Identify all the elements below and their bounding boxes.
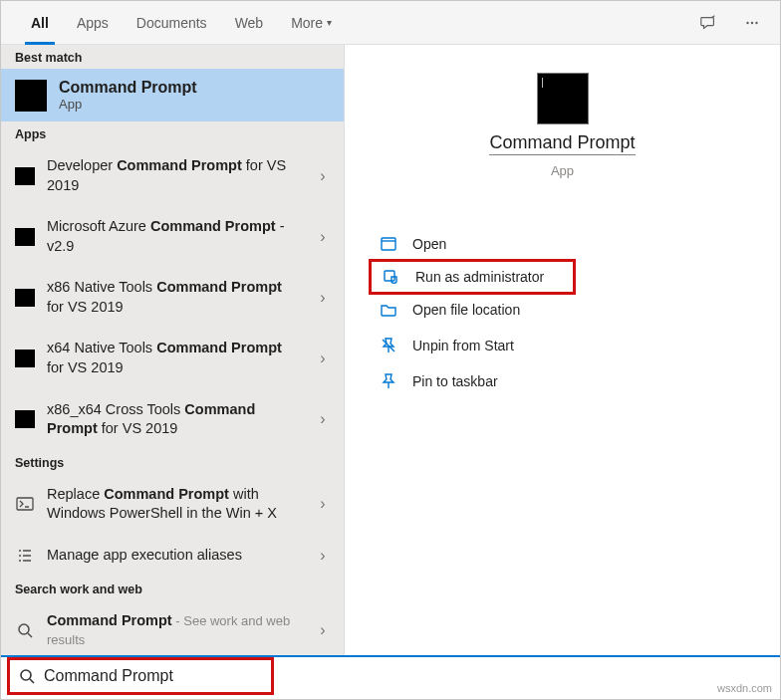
chevron-right-icon[interactable]: › [312, 621, 334, 639]
app-result[interactable]: x86_x64 Cross Tools Command Prompt for V… [1, 389, 344, 450]
chevron-down-icon: ▾ [327, 17, 332, 28]
search-icon [18, 667, 36, 685]
list-icon [15, 546, 35, 566]
section-settings: Settings [1, 450, 344, 474]
svg-point-1 [751, 21, 753, 23]
hero-title[interactable]: Command Prompt [489, 132, 635, 155]
watermark: wsxdn.com [717, 682, 772, 694]
best-match-title: Command Prompt [59, 79, 197, 97]
app-result[interactable]: x86 Native Tools Command Prompt for VS 2… [1, 267, 344, 328]
chevron-right-icon[interactable]: › [312, 410, 334, 428]
search-icon [15, 620, 35, 640]
details-pane: Command Prompt App Open Run as administr… [345, 45, 780, 655]
tab-more[interactable]: More▾ [277, 1, 346, 45]
folder-icon [379, 300, 398, 320]
command-prompt-icon [15, 228, 35, 246]
unpin-icon [379, 336, 398, 355]
feedback-button[interactable] [690, 5, 726, 41]
feedback-icon [699, 14, 717, 32]
search-bar: wsxdn.com [1, 655, 780, 699]
search-box[interactable] [7, 657, 274, 695]
svg-rect-6 [385, 271, 394, 281]
hero-subtitle: App [551, 163, 574, 178]
chevron-right-icon[interactable]: › [312, 167, 334, 185]
search-scope-tabs: All Apps Documents Web More▾ [1, 1, 780, 45]
tab-all[interactable]: All [17, 1, 63, 45]
chevron-right-icon[interactable]: › [312, 547, 334, 565]
section-best-match: Best match [1, 45, 344, 69]
chevron-right-icon[interactable]: › [312, 289, 334, 307]
results-pane: Best match Command Prompt App Apps Devel… [1, 45, 345, 655]
result-hero: Command Prompt App [345, 65, 780, 196]
svg-point-2 [755, 21, 757, 23]
admin-icon [382, 267, 401, 287]
ellipsis-icon [743, 14, 761, 32]
app-result[interactable]: Microsoft Azure Command Prompt - v2.9 › [1, 206, 344, 267]
powershell-icon [15, 494, 35, 514]
open-icon [379, 234, 398, 254]
best-match-result[interactable]: Command Prompt App [1, 69, 344, 121]
action-open-file-location[interactable]: Open file location [345, 292, 780, 328]
command-prompt-icon [15, 167, 35, 185]
chevron-right-icon[interactable]: › [312, 228, 334, 246]
action-unpin-from-start[interactable]: Unpin from Start [345, 328, 780, 363]
section-search-web: Search work and web [1, 577, 344, 600]
chevron-right-icon[interactable]: › [312, 495, 334, 513]
setting-result[interactable]: Replace Command Prompt with Windows Powe… [1, 474, 344, 535]
web-result[interactable]: Command Prompt - See work and web result… [1, 600, 344, 655]
chevron-right-icon[interactable]: › [312, 350, 334, 367]
svg-point-7 [21, 670, 31, 680]
svg-rect-5 [382, 238, 395, 250]
section-apps: Apps [1, 121, 344, 145]
svg-point-0 [746, 21, 748, 23]
svg-point-4 [19, 624, 29, 634]
tab-documents[interactable]: Documents [123, 1, 221, 45]
best-match-subtitle: App [59, 97, 197, 112]
app-result[interactable]: x64 Native Tools Command Prompt for VS 2… [1, 328, 344, 388]
action-open[interactable]: Open [345, 226, 780, 262]
action-pin-to-taskbar[interactable]: Pin to taskbar [345, 363, 780, 399]
command-prompt-icon [537, 73, 589, 124]
command-prompt-icon [15, 410, 35, 428]
svg-rect-3 [17, 498, 33, 510]
command-prompt-icon [15, 350, 35, 367]
search-input[interactable] [44, 667, 263, 685]
action-list: Open Run as administrator Open file loca… [345, 196, 780, 399]
tab-web[interactable]: Web [221, 1, 278, 45]
setting-result[interactable]: Manage app execution aliases › [1, 535, 344, 577]
action-run-as-administrator[interactable]: Run as administrator [369, 259, 576, 295]
more-options-button[interactable] [734, 5, 770, 41]
pin-icon [379, 371, 398, 391]
command-prompt-icon [15, 80, 47, 112]
tab-apps[interactable]: Apps [63, 1, 123, 45]
app-result[interactable]: Developer Command Prompt for VS 2019 › [1, 145, 344, 206]
command-prompt-icon [15, 289, 35, 307]
apps-results: Developer Command Prompt for VS 2019 › M… [1, 145, 344, 450]
